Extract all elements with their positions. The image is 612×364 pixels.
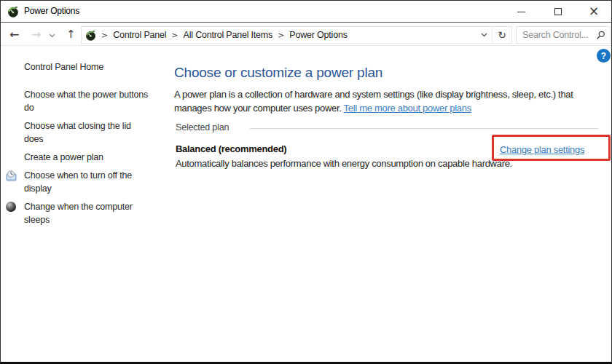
breadcrumb-power-options[interactable]: Power Options (289, 30, 347, 40)
address-dropdown-button[interactable] (476, 27, 492, 43)
power-options-app-icon (7, 6, 19, 17)
navigation-bar: ← → ↑ > Control Panel > All Control Pane… (1, 23, 611, 46)
power-options-window: Power Options × ← → ↑ > Control Panel > … (0, 0, 612, 364)
maximize-icon (554, 8, 562, 15)
close-button[interactable]: × (579, 1, 608, 22)
page-title: Choose or customize a power plan (174, 65, 382, 81)
maximize-button[interactable] (545, 1, 571, 22)
sidebar-item-closing-lid[interactable]: Choose what closing the lid does (24, 120, 149, 146)
plan-name: Balanced (recommended) (176, 143, 286, 154)
breadcrumb-control-panel[interactable]: Control Panel (113, 30, 166, 40)
help-icon: ? (601, 51, 606, 61)
power-options-breadcrumb-icon (85, 30, 96, 41)
help-button[interactable]: ? (597, 49, 611, 63)
breadcrumb-separator: > (101, 31, 108, 40)
forward-button: → (31, 23, 41, 46)
sleep-orb-icon (6, 202, 16, 212)
breadcrumb-separator: > (171, 31, 178, 40)
sidebar-item-computer-sleeps[interactable]: Change when the computer sleeps (24, 201, 149, 226)
recent-pages-chevron-icon[interactable] (49, 33, 55, 38)
back-button[interactable]: ← (9, 23, 19, 46)
sidebar-item-power-buttons[interactable]: Choose what the power buttons do (24, 89, 149, 114)
search-input[interactable] (517, 30, 596, 40)
minimize-icon (517, 12, 525, 12)
address-bar[interactable]: > Control Panel > All Control Panel Item… (81, 26, 512, 44)
selected-plan-label: Selected plan (176, 122, 229, 132)
intro-paragraph: A power plan is a collection of hardware… (174, 88, 611, 115)
sidebar-item-control-panel-home[interactable]: Control Panel Home (24, 61, 149, 74)
tell-me-more-link[interactable]: Tell me more about power plans (344, 103, 471, 114)
title-bar: Power Options × (1, 1, 611, 23)
window-title: Power Options (24, 1, 79, 22)
close-icon: × (589, 5, 599, 17)
chevron-down-icon (481, 33, 487, 37)
search-icon[interactable] (596, 31, 605, 40)
sidebar-item-create-power-plan[interactable]: Create a power plan (24, 151, 149, 165)
breadcrumb-separator: > (278, 31, 284, 40)
section-divider (250, 128, 598, 129)
refresh-button[interactable]: ↻ (493, 27, 511, 43)
change-plan-settings-link[interactable]: Change plan settings (500, 144, 584, 155)
up-button[interactable]: ↑ (66, 23, 76, 46)
sidebar-item-turn-off-display[interactable]: Choose when to turn off the display (24, 170, 149, 195)
breadcrumb-all-control-panel-items[interactable]: All Control Panel Items (184, 30, 273, 40)
minimize-button[interactable] (508, 1, 534, 22)
search-box (516, 26, 611, 44)
display-clock-icon (6, 170, 17, 181)
plan-description: Automatically balances performance with … (176, 158, 512, 169)
